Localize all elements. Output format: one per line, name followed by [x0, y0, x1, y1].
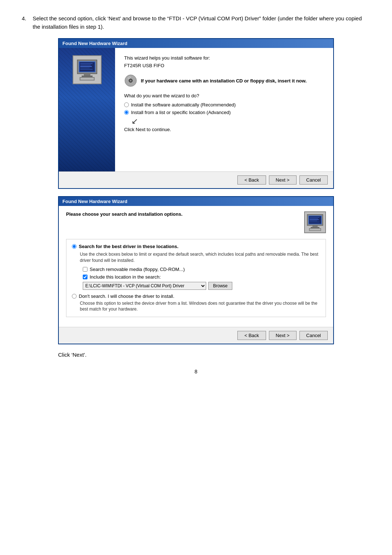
- wizard-1-option2-label: Install from a list or specific location…: [131, 110, 231, 115]
- location-select[interactable]: E:\LCIC-WIM\FTDI - VCP (Virtual COM Port…: [83, 282, 206, 290]
- radio1-desc: Use the check boxes below to limit or ex…: [80, 251, 320, 264]
- wizard-1-option2-radio[interactable]: [124, 110, 129, 115]
- svg-rect-24: [313, 226, 318, 227]
- radio2-dont-search[interactable]: [72, 294, 77, 299]
- wizard-2-footer: < Back Next > Cancel: [59, 327, 333, 344]
- computer-icon: [74, 57, 100, 82]
- wizard-2-header-title: Please choose your search and installati…: [66, 211, 183, 217]
- radio1-search-best[interactable]: [72, 244, 77, 249]
- svg-rect-27: [310, 229, 320, 230]
- wizard-2-title: Found New Hardware Wizard: [62, 199, 127, 204]
- wizard-1-click-next: Click Next to continue.: [124, 127, 324, 132]
- wizard-1-question: What do you want the wizard to do?: [124, 93, 324, 98]
- wizard-2-body: Please choose your search and installati…: [59, 206, 333, 327]
- found-hardware-wizard-1: Found New Hardware Wizard: [58, 38, 334, 189]
- radio2-main-row: Don't search. I will choose the driver t…: [72, 293, 320, 299]
- checkbox-location-row: Include this location in the search:: [83, 274, 320, 280]
- svg-rect-25: [311, 227, 319, 228]
- search-options-section: Search for the best driver in these loca…: [66, 239, 326, 317]
- cursor-arrow: ↙: [131, 117, 324, 125]
- wizard-1-intro: This wizard helps you install software f…: [124, 55, 324, 61]
- wizard-2-back-btn[interactable]: < Back: [237, 331, 266, 340]
- wizard-1-device: FT245R USB FIFO: [124, 63, 324, 68]
- wizard-1-cancel-btn[interactable]: Cancel: [299, 175, 328, 185]
- checkbox-removable-label: Search removable media (floppy, CD-ROM..…: [90, 267, 185, 272]
- step-text: Select the second option, click ‘Next’ a…: [33, 15, 362, 30]
- wizard-1-option1-label: Install the software automatically (Reco…: [131, 102, 236, 108]
- wizard-2-titlebar: Found New Hardware Wizard: [59, 197, 333, 206]
- wizard-1-sidebar: [59, 48, 115, 171]
- click-next-instruction: Click ‘Next’.: [58, 352, 334, 358]
- radio2-desc: Choose this option to select the device …: [80, 300, 320, 313]
- checkbox-removable[interactable]: [83, 267, 87, 272]
- wizard-2-next-btn[interactable]: Next >: [269, 331, 297, 340]
- location-row: E:\LCIC-WIM\FTDI - VCP (Virtual COM Port…: [83, 282, 320, 290]
- svg-rect-9: [82, 76, 93, 77]
- cd-icon: [124, 74, 137, 87]
- checkbox-location[interactable]: [83, 275, 87, 279]
- svg-rect-8: [84, 74, 90, 76]
- radio2-section: Don't search. I will choose the driver t…: [72, 293, 320, 313]
- wizard-1-titlebar: Found New Hardware Wizard: [59, 39, 333, 48]
- wizard-2-computer-icon: [305, 212, 325, 232]
- wizard-1-next-btn[interactable]: Next >: [269, 175, 297, 185]
- cd-notice-text: If your hardware came with an installati…: [141, 78, 307, 84]
- page-num-text: 8: [195, 369, 197, 374]
- radio1-main-row: Search for the best driver in these loca…: [72, 244, 320, 249]
- page-number: 8: [22, 369, 370, 374]
- cd-notice: If your hardware came with an installati…: [124, 74, 324, 87]
- wizard-2-cancel-btn[interactable]: Cancel: [299, 331, 328, 340]
- svg-rect-11: [81, 78, 94, 80]
- wizard-1-icon-box: [73, 55, 102, 84]
- step-number: 4.: [22, 15, 33, 23]
- wizard-1-option1-radio[interactable]: [124, 102, 129, 107]
- radio1-label: Search for the best driver in these loca…: [79, 244, 179, 249]
- checkbox-removable-row: Search removable media (floppy, CD-ROM..…: [83, 267, 320, 272]
- wizard-1-back-btn[interactable]: < Back: [237, 175, 266, 185]
- radio1-section: Search for the best driver in these loca…: [72, 244, 320, 290]
- wizard-2-header-row: Please choose your search and installati…: [66, 211, 326, 233]
- wizard-1-option1-row: Install the software automatically (Reco…: [124, 102, 324, 108]
- found-hardware-wizard-2: Found New Hardware Wizard Please choose …: [58, 196, 334, 344]
- wizard-1-content: This wizard helps you install software f…: [115, 48, 333, 171]
- wizard-2-icon: [304, 211, 326, 233]
- radio2-label: Don't search. I will choose the driver t…: [79, 293, 174, 299]
- checkbox-location-label: Include this location in the search:: [90, 274, 161, 280]
- wizard-2-header-label: Please choose your search and installati…: [66, 211, 183, 217]
- wizard-1-title: Found New Hardware Wizard: [62, 41, 127, 46]
- click-next-text: Click ‘Next’.: [58, 352, 86, 358]
- svg-point-14: [130, 80, 131, 81]
- browse-button[interactable]: Browse: [208, 282, 232, 290]
- wizard-1-option2-row: Install from a list or specific location…: [124, 110, 324, 115]
- wizard-1-footer: < Back Next > Cancel: [59, 171, 333, 188]
